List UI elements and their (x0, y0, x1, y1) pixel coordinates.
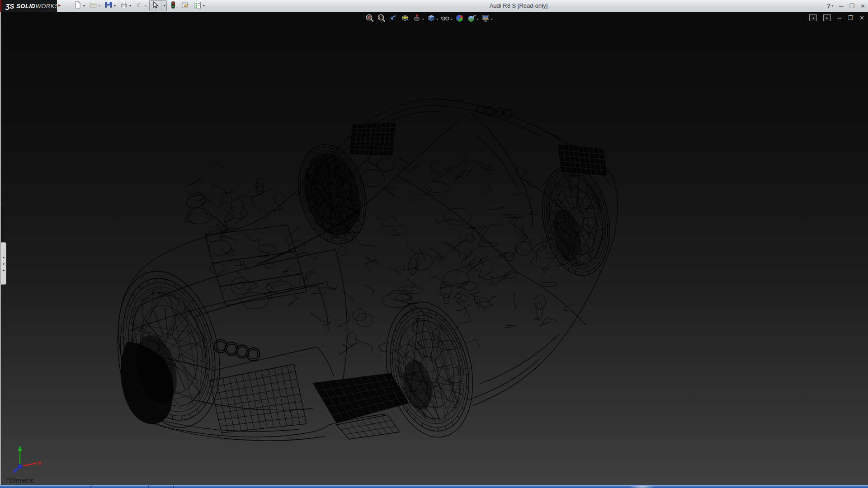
dropdown-caret[interactable]: ▾ (451, 18, 453, 21)
logo-red-stripe (0, 0, 1, 12)
main-toolbar: ▾ ▾ ▾ ▾ ▾ ▾ (72, 0, 206, 11)
brand-name-bold: SOLID (16, 3, 35, 9)
select-button[interactable]: ▾ (149, 0, 167, 11)
dropdown-caret[interactable]: ▾ (114, 4, 116, 8)
dropdown-caret[interactable]: ▾ (145, 4, 146, 8)
wireframe-car-model (1, 12, 868, 488)
heads-up-view-toolbar: ▾ ▾ ▾ ▾ ▾ (365, 14, 493, 24)
open-button[interactable]: ▾ (88, 1, 101, 11)
collapse-arrow-icon: ◂ (3, 268, 5, 272)
doc-minimize-button[interactable]: ─ (837, 15, 841, 21)
window-controls: ? ▾ ─ ❐ ✕ (827, 0, 865, 12)
new-document-icon (73, 0, 82, 11)
restore-button[interactable]: ❐ (849, 3, 854, 9)
zoom-to-area-icon (377, 14, 386, 24)
help-button[interactable]: ? ▾ (827, 2, 834, 9)
pane-toggle-right-button[interactable]: ▸ (823, 14, 831, 21)
view-orientation-label: *Dimetric (7, 476, 34, 484)
print-button[interactable]: ▾ (118, 1, 132, 11)
hide-show-items-button[interactable]: ▾ (441, 14, 453, 24)
graphics-viewport[interactable]: ▾ ▾ ▾ ▾ ▾ ◂ ▸ ─ ❐ ✕ ◂ ◂ ◂ (0, 12, 868, 488)
help-dropdown-caret: ▾ (831, 4, 833, 8)
section-view-button[interactable] (401, 14, 410, 24)
orientation-triad (11, 444, 43, 476)
feature-panel-splitter[interactable]: ◂ ◂ ◂ (1, 242, 6, 285)
menu-expand-arrow[interactable]: ▸ (58, 2, 61, 8)
window-title: Audi R8 S [Read-only] (471, 0, 566, 12)
edit-appearance-icon (455, 14, 464, 24)
select-cursor-icon (151, 0, 160, 11)
collapse-arrow-icon: ◂ (3, 256, 5, 259)
apply-scene-button[interactable]: ▾ (467, 14, 479, 24)
dropdown-caret[interactable]: ▾ (422, 18, 424, 21)
display-style-icon (427, 14, 436, 24)
solidworks-logo-mark: ƷS (5, 2, 14, 10)
save-button[interactable]: ▾ (103, 1, 117, 11)
dropdown-caret[interactable]: ▾ (129, 4, 131, 8)
view-orientation-icon (412, 14, 421, 24)
dropdown-caret[interactable]: ▾ (83, 4, 85, 8)
help-icon: ? (827, 2, 831, 9)
zoom-to-area-button[interactable] (377, 14, 386, 24)
options-checklist-icon (193, 0, 202, 11)
options-button[interactable]: ▾ (192, 1, 206, 11)
zoom-to-fit-button[interactable] (365, 14, 374, 24)
zoom-to-fit-icon (365, 14, 374, 24)
traffic-light-icon (170, 0, 177, 11)
apply-scene-icon (467, 14, 476, 24)
dropdown-caret[interactable]: ▾ (164, 4, 165, 8)
taskbar-edge[interactable] (0, 485, 868, 488)
dropdown-caret[interactable]: ▾ (477, 18, 479, 21)
brand-name-light: WORKS (35, 3, 59, 9)
taskbar-glow (628, 485, 656, 488)
doc-close-button[interactable]: ✕ (859, 15, 864, 21)
doc-restore-button[interactable]: ❐ (848, 15, 853, 21)
collapse-arrow-icon: ◂ (3, 262, 5, 265)
taskbar-separator (148, 485, 149, 488)
dropdown-caret[interactable]: ▾ (203, 4, 205, 8)
hide-show-items-icon (441, 14, 450, 24)
dropdown-caret[interactable]: ▾ (99, 4, 100, 8)
comment-button[interactable] (179, 1, 190, 11)
previous-view-icon (389, 14, 398, 24)
edit-appearance-button[interactable] (455, 14, 464, 24)
taskbar-separator (173, 485, 174, 488)
undo-icon (135, 0, 144, 11)
document-window-controls: ◂ ▸ ─ ❐ ✕ (809, 14, 864, 21)
new-document-button[interactable]: ▾ (72, 1, 86, 11)
close-button[interactable]: ✕ (860, 3, 865, 9)
open-icon (89, 0, 98, 11)
solidworks-logo: ƷS SOLIDWORKS (0, 0, 57, 12)
section-view-icon (401, 14, 410, 24)
view-orientation-button[interactable]: ▾ (412, 14, 424, 24)
previous-view-button[interactable] (389, 14, 398, 24)
view-settings-icon (481, 14, 490, 24)
title-bar: ƷS SOLIDWORKS ▸ ▾ ▾ ▾ ▾ ▾ (0, 0, 868, 12)
comment-icon (180, 0, 189, 11)
traffic-light-button[interactable] (169, 1, 178, 11)
view-settings-button[interactable]: ▾ (481, 14, 493, 24)
save-icon (104, 0, 113, 11)
minimize-button[interactable]: ─ (839, 3, 843, 9)
display-style-button[interactable]: ▾ (427, 14, 439, 24)
undo-button[interactable]: ▾ (134, 1, 147, 11)
print-icon (119, 0, 128, 11)
pane-toggle-left-button[interactable]: ◂ (809, 14, 817, 21)
dropdown-caret[interactable]: ▾ (491, 18, 493, 21)
dropdown-caret[interactable]: ▾ (437, 18, 439, 21)
taskbar-separator (90, 485, 91, 488)
